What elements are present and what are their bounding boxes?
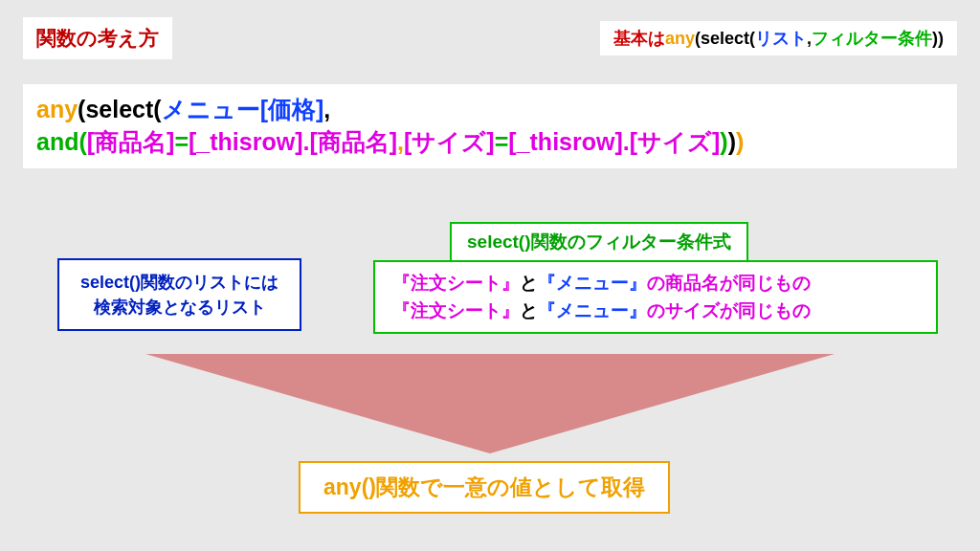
hint-select: select: [701, 29, 749, 48]
expr-and: and(: [36, 128, 87, 155]
bottom-result-box: any()関数で一意の値として取得: [299, 461, 670, 514]
left-note-box: select()関数のリストには 検索対象となるリスト: [57, 258, 301, 331]
expr-close-any: ): [736, 128, 744, 155]
expr-close-sel: ): [728, 128, 736, 155]
expression-box: any(select(メニュー[価格], and([商品名]=[_thisrow…: [23, 84, 957, 168]
expr-eq1: =: [174, 128, 189, 155]
expr-b1: [サイズ]: [404, 128, 495, 155]
r2-a: 『注文シート』: [392, 300, 520, 320]
r1-a: 『注文シート』: [392, 273, 520, 293]
hint-any: any: [665, 29, 695, 48]
r2-b: と: [520, 300, 538, 320]
left-note-line-2: 検索対象となるリスト: [80, 295, 278, 320]
hint-list: リスト: [755, 29, 807, 48]
hint-filter: フィルター条件: [812, 29, 932, 48]
expr-comma1: ,: [323, 96, 330, 122]
expr-eq2: =: [495, 128, 509, 155]
r2-c: 『メニュー』: [538, 300, 647, 320]
expr-close-inner: ): [720, 128, 727, 155]
right-note-row-2: 『注文シート』と『メニュー』のサイズが同じもの: [392, 298, 919, 325]
expression-line-2: and([商品名]=[_thisrow].[商品名],[サイズ]=[_thisr…: [36, 126, 944, 159]
right-note-group: select()関数のフィルター条件式 『注文シート』と『メニュー』の商品名が同…: [373, 222, 938, 334]
expr-b2: [_thisrow].[サイズ]: [508, 128, 720, 155]
expression-line-1: any(select(メニュー[価格],: [36, 94, 944, 126]
hint-box: 基本はany(select(リスト,フィルター条件)): [600, 21, 957, 55]
page-title: 関数の考え方: [23, 17, 172, 59]
expr-a1: [商品名]: [87, 128, 175, 155]
expr-a2: [_thisrow].[商品名]: [189, 128, 397, 155]
right-note-box: 『注文シート』と『メニュー』の商品名が同じもの 『注文シート』と『メニュー』のサ…: [373, 260, 938, 334]
expr-select: select(: [85, 96, 161, 122]
expr-any: any: [36, 96, 78, 122]
right-note-row-1: 『注文シート』と『メニュー』の商品名が同じもの: [392, 270, 919, 298]
down-arrow-icon: [145, 354, 835, 453]
r1-c: 『メニュー』: [538, 273, 647, 293]
r1-b: と: [520, 273, 538, 293]
hint-close: )): [932, 29, 944, 48]
expr-comma2: ,: [397, 128, 404, 155]
r1-d: の商品名が同じもの: [647, 273, 811, 293]
right-note-label: select()関数のフィルター条件式: [450, 222, 748, 262]
r2-d: のサイズが同じもの: [647, 300, 811, 320]
expr-menu: メニュー[価格]: [162, 96, 324, 122]
hint-prefix: 基本は: [613, 29, 665, 48]
left-note-line-1: select()関数のリストには: [80, 270, 278, 295]
